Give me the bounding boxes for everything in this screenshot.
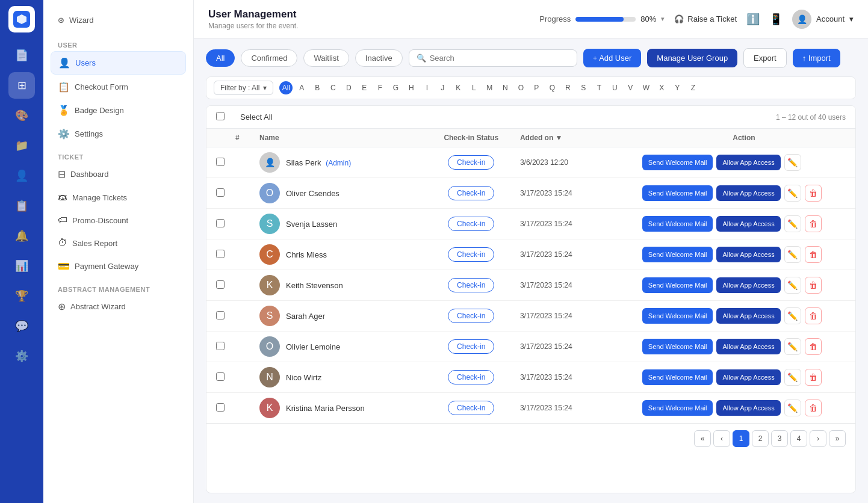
edit-button[interactable]: ✏️ [784,307,801,324]
alpha-z[interactable]: Z [686,81,699,94]
allow-app-access-button[interactable]: Allow App Access [716,369,780,385]
sidebar-item-settings[interactable]: ⚙️ Settings [51,123,186,145]
allow-app-access-button[interactable]: Allow App Access [716,277,780,293]
alpha-t[interactable]: T [592,81,606,94]
sidebar-item-abstract-wizard[interactable]: ⊛ Abstract Wizard [51,295,186,318]
alpha-s[interactable]: S [577,81,590,94]
account-area[interactable]: 👤 Account ▾ [792,10,854,29]
edit-button[interactable]: ✏️ [784,277,801,294]
edit-button[interactable]: ✏️ [784,215,801,232]
mobile-icon[interactable]: 📱 [769,13,783,26]
page-last-button[interactable]: » [829,430,846,447]
edit-button[interactable]: ✏️ [784,154,801,171]
alpha-k[interactable]: K [451,81,465,94]
nav-icon-trophy[interactable]: 🏆 [8,283,35,309]
alpha-r[interactable]: R [561,81,574,94]
edit-button[interactable]: ✏️ [784,400,801,416]
allow-app-access-button[interactable]: Allow App Access [716,216,780,232]
row-checkbox[interactable] [216,403,225,412]
send-welcome-mail-button[interactable]: Send Welcome Mail [642,185,713,201]
sidebar-item-sales-report[interactable]: ⏱ Sales Report [51,232,186,254]
alpha-c[interactable]: C [326,81,339,94]
sidebar-item-checkout-form[interactable]: 📋 Checkout Form [51,76,186,98]
edit-button[interactable]: ✏️ [784,338,801,355]
sidebar-item-dashboard[interactable]: ⊟ Dashboard [51,163,186,185]
tab-waitlist[interactable]: Waitlist [303,49,349,67]
page-next-button[interactable]: › [810,430,826,447]
select-all-checkbox-wrap[interactable] [216,112,235,122]
send-welcome-mail-button[interactable]: Send Welcome Mail [642,155,713,170]
alpha-u[interactable]: U [608,81,621,94]
delete-button[interactable]: 🗑 [805,277,822,294]
checkin-button[interactable]: Check-in [448,155,494,170]
alpha-n[interactable]: N [498,81,512,94]
progress-caret-icon[interactable]: ▾ [661,15,665,23]
allow-app-access-button[interactable]: Allow App Access [716,308,780,324]
alpha-w[interactable]: W [639,81,653,94]
delete-button[interactable]: 🗑 [805,246,822,263]
delete-button[interactable]: 🗑 [805,369,822,386]
alpha-o[interactable]: O [514,81,527,94]
row-checkbox[interactable] [216,280,225,289]
row-checkbox[interactable] [216,188,225,197]
delete-button[interactable]: 🗑 [805,400,822,416]
send-welcome-mail-button[interactable]: Send Welcome Mail [642,339,713,354]
checkin-button[interactable]: Check-in [448,186,494,200]
checkin-button[interactable]: Check-in [448,309,494,323]
alpha-j[interactable]: J [436,81,449,94]
alpha-f[interactable]: F [373,81,386,94]
nav-icon-document[interactable]: 📄 [8,42,35,69]
nav-icon-folder[interactable]: 📁 [8,132,35,159]
row-checkbox[interactable] [216,342,225,350]
tab-confirmed[interactable]: Confirmed [241,49,297,67]
delete-button[interactable]: 🗑 [805,307,822,324]
send-welcome-mail-button[interactable]: Send Welcome Mail [642,277,713,293]
export-button[interactable]: Export [743,48,787,68]
alpha-e[interactable]: E [358,81,371,94]
search-input[interactable] [430,54,569,63]
row-checkbox[interactable] [216,250,225,258]
alpha-x[interactable]: X [655,81,668,94]
checkin-button[interactable]: Check-in [448,278,494,292]
row-checkbox[interactable] [216,158,225,166]
sidebar-item-badge-design[interactable]: 🏅 Badge Design [51,99,186,122]
add-user-button[interactable]: + Add User [583,49,642,67]
allow-app-access-button[interactable]: Allow App Access [716,339,780,354]
alpha-q[interactable]: Q [545,81,559,94]
alpha-h[interactable]: H [405,81,418,94]
nav-icon-chart[interactable]: 📊 [8,253,35,279]
sort-icon[interactable]: ▼ [556,134,563,142]
select-all-checkbox[interactable] [216,112,225,120]
alpha-all[interactable]: All [279,81,293,94]
alpha-i[interactable]: I [420,81,433,94]
page-4-button[interactable]: 4 [790,430,807,447]
send-welcome-mail-button[interactable]: Send Welcome Mail [642,400,713,416]
alpha-y[interactable]: Y [671,81,684,94]
alpha-d[interactable]: D [342,81,355,94]
edit-button[interactable]: ✏️ [784,185,801,202]
page-3-button[interactable]: 3 [771,430,788,447]
alpha-l[interactable]: L [467,81,480,94]
tab-all[interactable]: All [206,49,235,67]
page-first-button[interactable]: « [694,430,711,447]
edit-button[interactable]: ✏️ [784,369,801,386]
row-checkbox[interactable] [216,219,225,227]
send-welcome-mail-button[interactable]: Send Welcome Mail [642,369,713,385]
delete-button[interactable]: 🗑 [805,338,822,355]
edit-button[interactable]: ✏️ [784,246,801,263]
alpha-a[interactable]: A [295,81,308,94]
allow-app-access-button[interactable]: Allow App Access [716,155,780,170]
tab-inactive[interactable]: Inactive [355,49,403,67]
send-welcome-mail-button[interactable]: Send Welcome Mail [642,247,713,262]
sidebar-wizard[interactable]: ⊛ Wizard [51,10,186,31]
nav-icon-settings[interactable]: ⚙️ [8,343,35,369]
checkin-button[interactable]: Check-in [448,370,494,384]
send-welcome-mail-button[interactable]: Send Welcome Mail [642,216,713,232]
nav-icon-user[interactable]: 👤 [8,162,35,189]
select-all-label[interactable]: Select All [240,113,272,122]
sidebar-item-promo-discount[interactable]: 🏷 Promo-Discount [51,209,186,231]
row-checkbox[interactable] [216,372,225,381]
filter-by-dropdown[interactable]: Filter by : All ▾ [214,81,273,95]
nav-icon-bell[interactable]: 🔔 [8,223,35,249]
page-2-button[interactable]: 2 [752,430,769,447]
